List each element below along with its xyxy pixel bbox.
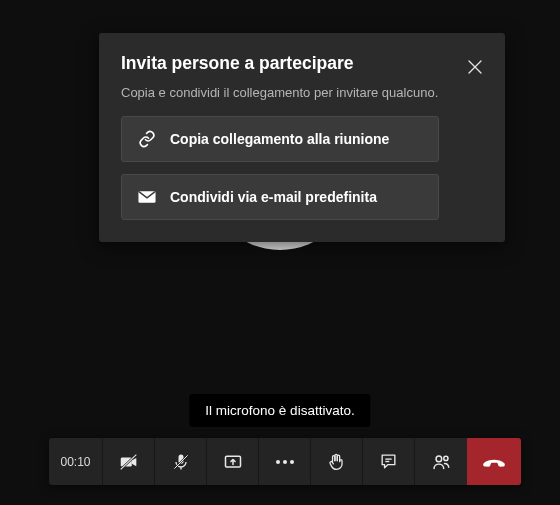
share-screen-button[interactable] (207, 438, 259, 485)
people-icon (431, 451, 452, 472)
svg-rect-2 (120, 457, 131, 466)
svg-point-13 (443, 456, 447, 460)
copy-meeting-link-button[interactable]: Copia collegamento alla riunione (121, 116, 439, 162)
svg-line-3 (120, 454, 136, 469)
close-icon (468, 60, 482, 74)
svg-line-7 (174, 455, 187, 468)
ellipsis-icon (276, 460, 294, 464)
svg-line-4 (120, 454, 136, 469)
camera-off-icon (118, 451, 140, 473)
link-icon (138, 130, 156, 148)
share-email-label: Condividi via e-mail predefinita (170, 189, 377, 205)
mail-icon (138, 188, 156, 206)
mic-off-icon (171, 452, 191, 472)
hang-up-button[interactable] (467, 438, 521, 485)
mic-muted-toast: Il microfono è disattivato. (189, 394, 370, 427)
close-button[interactable] (463, 55, 487, 79)
invite-dialog: Invita persone a partecipare Copia e con… (99, 33, 505, 242)
more-actions-button[interactable] (259, 438, 311, 485)
invite-title: Invita persone a partecipare (121, 53, 353, 74)
toggle-mic-button[interactable] (155, 438, 207, 485)
raise-hand-button[interactable] (311, 438, 363, 485)
invite-subtitle: Copia e condividi il collegamento per in… (121, 85, 483, 100)
svg-point-12 (436, 456, 442, 462)
meeting-control-bar: 00:10 (49, 438, 521, 485)
hang-up-icon (481, 449, 507, 475)
meeting-stage: Invita persone a partecipare Copia e con… (0, 0, 560, 505)
raise-hand-icon (327, 452, 346, 471)
share-screen-icon (223, 452, 243, 472)
show-participants-button[interactable] (415, 438, 467, 485)
toggle-camera-button[interactable] (103, 438, 155, 485)
svg-line-8 (174, 455, 187, 468)
svg-rect-5 (178, 454, 183, 463)
chat-icon (379, 452, 398, 471)
share-email-button[interactable]: Condividi via e-mail predefinita (121, 174, 439, 220)
svg-rect-9 (225, 456, 240, 467)
copy-meeting-link-label: Copia collegamento alla riunione (170, 131, 389, 147)
toggle-chat-button[interactable] (363, 438, 415, 485)
call-timer: 00:10 (49, 438, 103, 485)
